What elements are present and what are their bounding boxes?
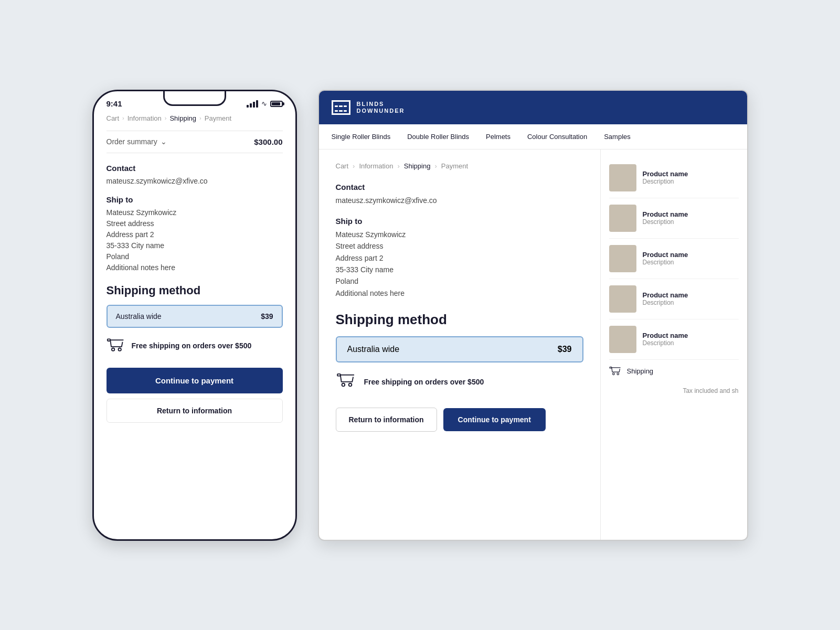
breadcrumb-information[interactable]: Information [127,114,162,122]
product-thumbnail-1 [609,164,636,191]
product-info-4: Product name Description [643,291,739,306]
order-summary-label: Order summary ⌄ [107,137,167,146]
chevron-icon: › [434,162,437,170]
ship-to-value-desktop: Mateusz Szymkowicz Street address Addres… [336,229,583,299]
tax-note: Tax included and sh [609,383,739,394]
sidebar-product-5: Product name Description [609,319,739,360]
product-desc-1: Description [643,178,739,185]
logo-icon [332,100,350,115]
breadcrumb-cart[interactable]: Cart [107,114,120,122]
chevron-icon: › [397,162,399,170]
phone-content: Cart › Information › Shipping › Payment … [94,112,295,539]
product-info-2: Product name Description [643,210,739,226]
contact-value-desktop: mateusz.szymkowicz@xfive.co [336,195,583,206]
return-to-information-button-desktop[interactable]: Return to information [336,408,437,432]
product-name-2: Product name [643,210,739,218]
breadcrumb-payment: Payment [441,162,468,170]
product-desc-3: Description [643,259,739,266]
product-name-1: Product name [643,170,739,178]
nav-samples[interactable]: Samples [604,133,631,141]
sidebar-product-4: Product name Description [609,279,739,319]
continue-to-payment-button-desktop[interactable]: Continue to payment [443,408,546,431]
chevron-icon: › [165,115,167,121]
shipping-method-title-desktop: Shipping method [336,312,583,328]
product-thumbnail-5 [609,326,636,353]
svg-point-3 [118,348,121,350]
browser-header: BLINDS DOWNUNDER [319,91,747,124]
free-shipping-desktop: Free shipping on orders over $500 [336,373,583,391]
sidebar-shipping-label: Shipping [627,367,654,375]
product-thumbnail-3 [609,245,636,272]
product-desc-5: Description [643,339,739,347]
logo-line1: BLINDS [357,101,405,107]
product-thumbnail-2 [609,205,636,232]
nav-single-roller[interactable]: Single Roller Blinds [332,133,391,141]
ship-to-value: Mateusz Szymkowicz Street address Addres… [107,207,283,273]
free-shipping-text-desktop: Free shipping on orders over $500 [364,378,484,386]
nav-double-roller[interactable]: Double Roller Blinds [407,133,469,141]
product-desc-4: Description [643,299,739,306]
order-summary-toggle[interactable]: Order summary ⌄ $300.00 [107,131,283,153]
sidebar-shipping-row: Shipping [609,360,739,383]
chevron-down-icon: ⌄ [161,137,167,146]
free-shipping-text: Free shipping on orders over $500 [132,341,252,350]
product-name-3: Product name [643,251,739,259]
breadcrumb-shipping: Shipping [404,162,431,170]
battery-icon [270,101,283,107]
svg-rect-8 [610,367,612,368]
order-summary-amount: $300.00 [254,137,282,146]
browser-body: Cart › Information › Shipping › Payment … [319,150,747,540]
svg-point-7 [348,383,352,387]
breadcrumb-information[interactable]: Information [359,162,393,170]
browser-sidebar: Product name Description Product name De… [600,150,747,540]
cart-icon [107,336,125,355]
ship-to-label-desktop: Ship to [336,217,583,226]
nav-colour-consultation[interactable]: Colour Consultation [527,133,587,141]
breadcrumb-payment: Payment [205,114,231,122]
wifi-icon: ∿ [261,100,267,108]
svg-point-6 [342,383,345,387]
browser-actions: Return to information Continue to paymen… [336,408,583,432]
breadcrumb-shipping: Shipping [169,114,196,122]
shipping-option-desktop[interactable]: Australia wide $39 [336,336,583,362]
contact-label-desktop: Contact [336,183,583,191]
product-name-4: Product name [643,291,739,299]
contact-value: mateusz.szymkowicz@xfive.co [107,176,283,187]
cart-icon-desktop [336,373,357,391]
continue-to-payment-button[interactable]: Continue to payment [107,368,283,393]
logo-text: BLINDS DOWNUNDER [357,101,405,113]
sidebar-cart-icon [609,366,622,377]
browser-nav: Single Roller Blinds Double Roller Blind… [319,124,747,150]
product-info-5: Product name Description [643,332,739,347]
browser-main: Cart › Information › Shipping › Payment … [319,150,600,540]
breadcrumb-cart[interactable]: Cart [336,162,349,170]
svg-point-2 [111,348,114,350]
free-shipping: Free shipping on orders over $500 [107,336,283,355]
shipping-option[interactable]: Australia wide $39 [107,305,283,328]
desktop-browser-frame: BLINDS DOWNUNDER Single Roller Blinds Do… [318,90,748,541]
product-name-5: Product name [643,332,739,339]
shipping-option-name: Australia wide [116,312,162,321]
return-to-information-button[interactable]: Return to information [107,399,283,423]
product-info-3: Product name Description [643,251,739,266]
shipping-option-price-desktop: $39 [558,345,572,354]
svg-point-11 [617,373,619,375]
mobile-phone-frame: 9:41 ∿ Cart › Information › Shipping › P… [92,90,297,541]
breadcrumb: Cart › Information › Shipping › Payment [107,114,283,122]
chevron-icon: › [353,162,355,170]
breadcrumb-desktop: Cart › Information › Shipping › Payment [336,162,583,170]
logo-line2: DOWNUNDER [357,108,405,114]
svg-point-10 [612,373,614,375]
shipping-option-price: $39 [261,312,273,321]
nav-pelmets[interactable]: Pelmets [486,133,511,141]
sidebar-product-3: Product name Description [609,239,739,279]
phone-notch [163,91,226,106]
status-time: 9:41 [107,99,122,108]
signal-icon [247,100,258,108]
svg-rect-0 [107,339,110,341]
product-thumbnail-4 [609,285,636,313]
chevron-icon: › [122,115,124,121]
svg-rect-4 [337,374,341,376]
ship-to-label: Ship to [107,195,283,204]
shipping-method-title: Shipping method [107,284,283,297]
